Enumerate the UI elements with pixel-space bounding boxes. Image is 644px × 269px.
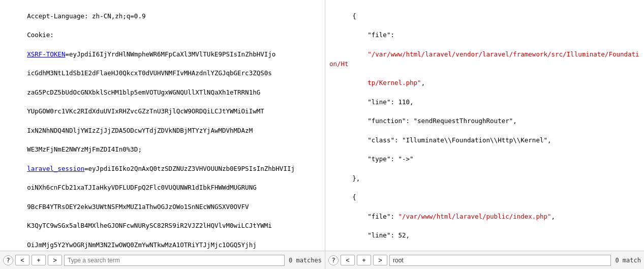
right-line-2: "file": [352, 31, 394, 39]
right-help-button[interactable]: ? [328, 255, 339, 265]
right-line-5: "line": 110, [352, 98, 413, 106]
right-search-input[interactable] [389, 255, 611, 266]
right-panel-content: { "file": "/var/www/html/laravel/vendor/… [325, 0, 644, 251]
right-next-button[interactable]: > [373, 255, 387, 265]
left-content-xsrf: XSRF-TOKEN=eyJpdiI6IjYrdHlNWmpheWR6MFpCa… [27, 50, 275, 58]
right-match-count: 0 match [615, 257, 641, 264]
left-content-line-13: OiJmMjg5Y2YwOGRjNmM3N2IwOWQ0ZmYwNTkwMzA1… [27, 241, 257, 249]
left-content-line-6: YUpGOW0rc1VKc2RIdXduUVIxRHZvcGZzTnU3RjlQ… [27, 107, 264, 115]
right-line-10: { [352, 193, 356, 201]
right-line-8: "type": "->" [352, 155, 413, 163]
main-container: Accept-Language: zh-CN,zh;q=0.9 Cookie: … [0, 0, 644, 269]
left-next-button[interactable]: > [48, 255, 62, 265]
right-line-6: "function": "sendRequestThroughRouter", [352, 117, 517, 125]
right-add-button[interactable]: + [357, 255, 371, 265]
left-content-line-4: icGdhM3NtL1dSb1E2dFlaeHJ0QkcxT0dVUHVNMFI… [27, 69, 272, 77]
left-add-button[interactable]: + [32, 255, 46, 265]
right-line-12: "line": 52, [352, 231, 410, 239]
left-help-button[interactable]: ? [3, 255, 13, 265]
left-content-line-12: K3QyTC9wSGx5alB4MXlheGJONFcwNURySC82RS9i… [27, 222, 272, 229]
right-toolbar: ? < + > 0 match [325, 251, 644, 269]
left-toolbar: ? < + > 0 matches [0, 251, 325, 269]
left-prev-button[interactable]: < [15, 255, 29, 265]
left-panel-content: Accept-Language: zh-CN,zh;q=0.9 Cookie: … [0, 0, 325, 251]
right-line-7: "class": "Illuminate\\Foundation\\Http\\… [352, 136, 551, 144]
left-content-line-2: Cookie: [27, 31, 54, 39]
left-match-count: 0 matches [289, 257, 322, 264]
left-content-line-10: oiNXh6cnFCb21xaTJIaHkyVDFLUDFpQ2Flc0VUQU… [27, 184, 257, 191]
left-content-line-5: zaG5PcDZ5bUdOcGNXbklScHM1blp5emVOTUgxWGN… [27, 88, 260, 96]
right-line-4: tp/Kernel.php", [352, 79, 425, 86]
left-content-line-11: 9BcFB4YTRsOEY2ekw3UWtNSFMxMUZ1aThwOGJzOW… [27, 203, 249, 211]
laravel-session-link[interactable]: laravel_session [27, 165, 84, 172]
right-line-9: }, [352, 174, 360, 182]
left-panel: Accept-Language: zh-CN,zh;q=0.9 Cookie: … [0, 0, 325, 269]
right-line-1: { [352, 12, 356, 20]
left-search-input[interactable] [64, 255, 285, 266]
left-content-line-8: WE3MzFjNmE2NWYzMjFmZDI4In0%3D; [27, 145, 142, 153]
right-line-3: "/var/www/html/laravel/vendor/laravel/fr… [329, 50, 639, 68]
right-line-11: "file": "/var/www/html/laravel/public/in… [352, 213, 555, 220]
left-content-laravel: laravel_session=eyJpdiI6Iko2QnAxQ0tzSDZN… [27, 165, 295, 172]
right-panel: { "file": "/var/www/html/laravel/vendor/… [325, 0, 644, 269]
left-content-line-7: IxN2NhNDQ4NDljYWIzZjJjZDA5ODcwYTdjZDVkND… [27, 127, 253, 134]
right-prev-button[interactable]: < [341, 255, 355, 265]
left-content-line-1: Accept-Language: zh-CN,zh;q=0.9 [27, 12, 145, 20]
xsrf-link[interactable]: XSRF-TOKEN [27, 50, 65, 58]
